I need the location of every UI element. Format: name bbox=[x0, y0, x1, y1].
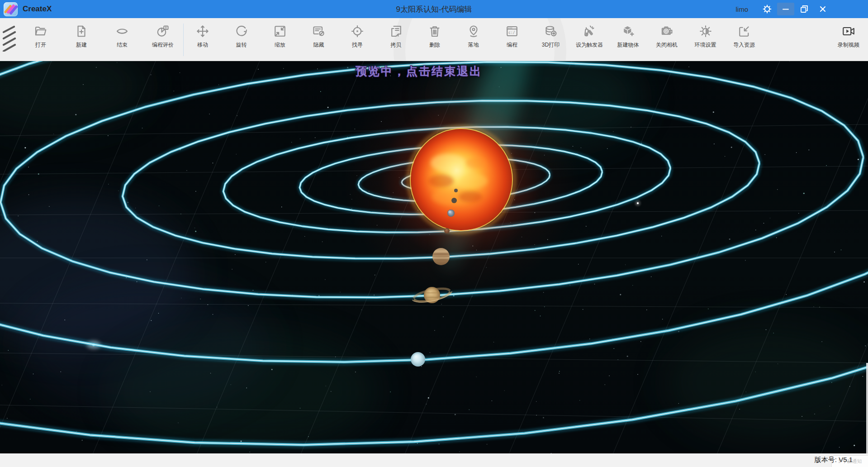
title-bar: CreateX 9太阳系认知-代码编辑 limo bbox=[0, 0, 868, 18]
toolbar-label: 设为触发器 bbox=[576, 41, 603, 49]
database-export-icon bbox=[544, 24, 558, 39]
close-button[interactable] bbox=[814, 3, 831, 15]
toolbar-label: 新建 bbox=[76, 41, 87, 49]
lens-icon bbox=[115, 24, 129, 39]
app-logo-icon bbox=[4, 2, 18, 16]
bottles-icon bbox=[583, 24, 596, 39]
pie-info-icon bbox=[156, 24, 170, 39]
toolbar-button-record-video[interactable]: 录制视频 bbox=[829, 24, 868, 49]
toolbar-button-copy[interactable]: 拷贝 bbox=[377, 24, 416, 49]
toolbar-label: 隐藏 bbox=[313, 41, 324, 49]
folder-open-icon bbox=[34, 24, 47, 39]
scale-inward-icon bbox=[273, 24, 287, 39]
toolbar-label: 打开 bbox=[35, 41, 46, 49]
toolbar-button-environment-settings[interactable]: 环境设置 bbox=[686, 24, 725, 49]
window-title: 9太阳系认知-代码编辑 bbox=[396, 4, 472, 14]
toolbar-button-code-evaluation[interactable]: 编程评价 bbox=[143, 24, 182, 49]
toolbar-button-import-assets[interactable]: 导入资源 bbox=[725, 24, 764, 49]
video-camera-icon bbox=[841, 24, 856, 39]
close-icon bbox=[819, 5, 827, 13]
scene-viewport[interactable]: 预览中，点击结束退出 bbox=[0, 61, 868, 453]
move-arrows-icon bbox=[196, 24, 209, 39]
toolbar-button-find[interactable]: 找寻 bbox=[338, 24, 377, 49]
toolbar-button-new-object[interactable]: 新建物体 bbox=[609, 24, 648, 49]
toolbar-label: 拷贝 bbox=[391, 41, 402, 49]
code-window-icon: c:/ bbox=[505, 24, 519, 39]
toolbar-button-open[interactable]: 打开 bbox=[21, 24, 60, 49]
toolbar-label: 3D打印 bbox=[542, 41, 560, 49]
toolbar-button-delete[interactable]: 删除 bbox=[415, 24, 454, 49]
location-pin-icon bbox=[467, 24, 480, 39]
trash-icon bbox=[428, 24, 441, 39]
createx-window: CreateX 9太阳系认知-代码编辑 limo bbox=[0, 0, 868, 467]
minimize-icon bbox=[782, 5, 790, 13]
toolbar-label: 关闭相机 bbox=[656, 41, 678, 49]
toolbar-label: 新建物体 bbox=[617, 41, 639, 49]
status-bar: 1 个新通知 版本号: V5.1 bbox=[0, 453, 868, 467]
toolbar-label: 导入资源 bbox=[733, 41, 755, 49]
restore-button[interactable] bbox=[796, 3, 813, 15]
version-label: 版本号: V5.1 bbox=[815, 456, 853, 464]
document-eye-off-icon bbox=[312, 24, 326, 39]
toolbar-label: 编程评价 bbox=[152, 41, 174, 49]
toolbar-label: 环境设置 bbox=[695, 41, 716, 49]
planet-earth[interactable] bbox=[447, 210, 455, 217]
toolbar-button-end[interactable]: 结束 bbox=[103, 24, 142, 49]
viewport-edge-strip bbox=[866, 363, 868, 453]
toolbar-button-close-camera[interactable]: 关闭相机 bbox=[647, 24, 686, 49]
brightness-icon bbox=[699, 24, 712, 39]
minimize-button[interactable] bbox=[777, 3, 794, 15]
toolbar-label: 移动 bbox=[197, 41, 208, 49]
toolbar-button-land[interactable]: 落地 bbox=[454, 24, 493, 49]
app-name: CreateX bbox=[23, 5, 52, 14]
restore-icon bbox=[800, 5, 809, 14]
toolbar-button-scale[interactable]: 缩放 bbox=[261, 24, 299, 49]
copy-icon bbox=[389, 24, 403, 39]
toolbar-button-print3d[interactable]: 3D打印 bbox=[531, 24, 570, 49]
toolbar-label: 编程 bbox=[507, 41, 517, 49]
cube-plus-icon bbox=[621, 24, 635, 39]
toolbar-button-set-trigger[interactable]: 设为触发器 bbox=[570, 24, 609, 49]
settings-button[interactable] bbox=[759, 3, 776, 15]
crosshair-icon bbox=[351, 24, 364, 39]
toolbar: 打开 新建 结束 编程评价 移动 旋转 bbox=[0, 18, 868, 61]
planet-uranus[interactable] bbox=[411, 352, 425, 367]
planet-mercury[interactable] bbox=[454, 189, 458, 192]
toolbar-label: 结束 bbox=[117, 41, 128, 49]
drag-handle-icon[interactable] bbox=[2, 25, 17, 53]
rotate-arrow-icon bbox=[235, 24, 248, 39]
preview-mode-overlay-text: 预览中，点击结束退出 bbox=[356, 64, 482, 79]
toolbar-button-new[interactable]: 新建 bbox=[62, 24, 101, 49]
toolbar-label: 录制视频 bbox=[838, 41, 859, 49]
toolbar-label: 找寻 bbox=[352, 41, 363, 49]
toolbar-button-move[interactable]: 移动 bbox=[183, 24, 222, 49]
import-arrow-icon bbox=[737, 24, 751, 39]
user-name: limo bbox=[735, 5, 748, 13]
gear-icon bbox=[762, 4, 772, 14]
toolbar-label: 落地 bbox=[468, 41, 479, 49]
planet-mars[interactable] bbox=[444, 228, 450, 234]
toolbar-label: 缩放 bbox=[275, 41, 285, 49]
toolbar-button-hide[interactable]: 隐藏 bbox=[299, 24, 338, 49]
toolbar-label: 删除 bbox=[429, 41, 440, 49]
planet-venus[interactable] bbox=[451, 198, 457, 203]
toolbar-button-rotate[interactable]: 旋转 bbox=[222, 24, 261, 49]
toolbar-label: 旋转 bbox=[236, 41, 247, 49]
camera-icon bbox=[660, 24, 674, 39]
svg-text:c:/: c:/ bbox=[508, 31, 515, 35]
file-plus-icon bbox=[75, 24, 88, 39]
toolbar-button-code[interactable]: c:/ 编程 bbox=[493, 24, 531, 49]
